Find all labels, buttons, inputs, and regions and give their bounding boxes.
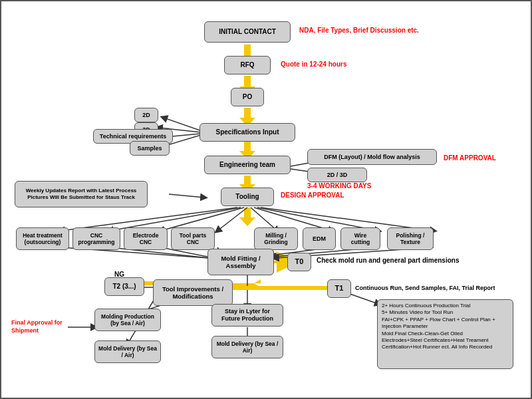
svg-marker-5 <box>239 207 255 226</box>
samples-box: Samples <box>130 141 170 156</box>
weekly-updates-box: Weekly Updates Report with Latest Proces… <box>15 181 148 207</box>
check-mold-label: Check mold run and general part dimensio… <box>317 257 460 264</box>
quote-label: Quote in 12-24 hours <box>281 61 346 68</box>
ng-label: NG <box>114 271 124 278</box>
heat-treatment-box: Heat treatment (outsourcing) <box>16 227 69 250</box>
molding-production-box: Molding Production (by Sea / Air) <box>94 309 161 331</box>
nda-label: NDA, File Types, Brief Discussion etc. <box>299 27 419 34</box>
t2-box: T2 (3...) <box>104 277 144 296</box>
dfm-2d3d-box: 2D / 3D <box>307 168 367 182</box>
dfm-box: DFM (Layout) / Mold flow analysis <box>307 149 437 165</box>
final-approval-label: Final Approval for Shipment <box>11 319 90 334</box>
initial-contact-box: INITIAL CONTACT <box>204 21 291 43</box>
stay-lyter-box: Stay in Lyter for Future Production <box>211 304 283 327</box>
polishing-texture-box: Polishing / Texture <box>387 227 434 250</box>
t0-box: T0 <box>287 253 311 271</box>
dfm-approval-label: DFM APPROVAL <box>444 154 496 162</box>
svg-line-20 <box>217 207 247 231</box>
svg-line-38 <box>169 194 204 198</box>
specs-input-box: Specifications Input <box>200 123 295 142</box>
edm-box: EDM <box>303 227 336 250</box>
mold-delivery-local-box: Mold Delivery (by Sea / Air) <box>94 340 161 363</box>
process-diagram: INITIAL CONTACT NDA, File Types, Brief D… <box>0 0 532 399</box>
continuous-run-label: Continuous Run, Send Samples, FAI, Trial… <box>355 285 495 291</box>
po-box: PO <box>231 88 264 106</box>
cnc-programming-box: CNC programming <box>72 227 120 250</box>
design-approval-label: DESIGN APPROVAL <box>281 192 344 199</box>
working-days-label: 3-4 WORKING DAYS <box>307 182 371 190</box>
electrode-cnc-box: Electrode CNC <box>124 227 168 250</box>
tool-improvements-box: Tool Improvements / Modifications <box>153 279 233 306</box>
mold-fitting-box: Mold Fitting / Assembly <box>207 249 274 275</box>
2d-box: 2D <box>134 108 158 122</box>
t1-detail-box: 2+ Hours Continuous Production Trial 5+ … <box>377 299 513 369</box>
mold-delivery-box: Mold Delivery (by Sea / Air) <box>211 336 283 358</box>
wire-cutting-box: Wire cutting <box>340 227 380 250</box>
milling-grinding-box: Milling / Grinding <box>254 227 298 250</box>
eng-team-box: Engineering team <box>204 156 291 174</box>
rfq-box: RFQ <box>224 56 271 74</box>
tooling-box: Tooling <box>221 188 274 206</box>
tool-parts-cnc-box: Tool parts CNC <box>171 227 215 250</box>
t1-box: T1 <box>327 279 351 298</box>
